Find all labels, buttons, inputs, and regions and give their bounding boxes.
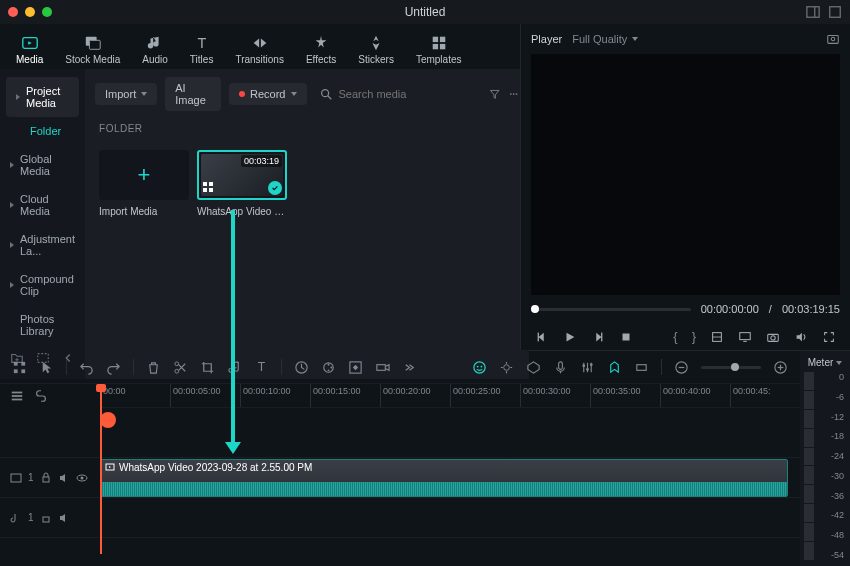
panel-icon[interactable] <box>828 5 842 19</box>
prev-frame-icon[interactable] <box>535 330 549 344</box>
visibility-icon[interactable] <box>76 472 88 484</box>
import-media-tile[interactable]: + Import Media <box>99 150 189 217</box>
svg-marker-28 <box>539 332 544 341</box>
window-maximize[interactable] <box>42 7 52 17</box>
tab-stickers[interactable]: Stickers <box>352 30 400 69</box>
sidebar-global-media[interactable]: Global Media <box>0 145 85 185</box>
stop-icon[interactable] <box>619 330 633 344</box>
svg-point-60 <box>582 364 585 367</box>
timeline-clip[interactable]: WhatsApp Video 2023-09-28 at 2.55.00 PM <box>100 459 788 497</box>
delete-icon[interactable] <box>146 360 161 375</box>
tab-effects[interactable]: Effects <box>300 30 342 69</box>
sidebar-adjustment-layer[interactable]: Adjustment La... <box>0 225 85 265</box>
mixer-icon[interactable] <box>580 360 595 375</box>
svg-rect-13 <box>440 44 445 49</box>
audio-track-icon <box>10 512 22 524</box>
zoom-out-icon[interactable] <box>674 360 689 375</box>
meter-tick: -30 <box>814 471 844 481</box>
crop-ratio-icon[interactable] <box>710 330 724 344</box>
ai-image-button[interactable]: AI Image <box>165 77 221 111</box>
camera-icon[interactable] <box>766 330 780 344</box>
media-clip[interactable]: 00:03:19 WhatsApp Video 202... <box>197 150 287 217</box>
tab-transitions[interactable]: Transitions <box>229 30 290 69</box>
zoom-in-icon[interactable] <box>773 360 788 375</box>
mute-icon[interactable] <box>58 512 70 524</box>
tab-audio[interactable]: Audio <box>136 30 174 69</box>
quality-dropdown[interactable]: Full Quality <box>572 33 638 45</box>
meter-dropdown[interactable]: Meter <box>800 355 850 372</box>
svg-rect-11 <box>440 37 445 42</box>
video-track-icon <box>10 472 22 484</box>
preview-viewport[interactable] <box>531 54 840 295</box>
more-icon[interactable] <box>508 87 519 101</box>
video-track-header[interactable]: 1 <box>0 458 100 497</box>
volume-icon[interactable] <box>794 330 808 344</box>
sidebar-cloud-media[interactable]: Cloud Media <box>0 185 85 225</box>
search-input[interactable] <box>339 88 477 100</box>
tab-media[interactable]: Media <box>10 30 49 69</box>
split-icon[interactable] <box>173 360 188 375</box>
sidebar-compound-clip[interactable]: Compound Clip <box>0 265 85 305</box>
magnet-icon[interactable] <box>12 360 27 375</box>
render-icon[interactable] <box>526 360 541 375</box>
preview-scrubber[interactable] <box>531 308 691 311</box>
brightness-icon[interactable] <box>499 360 514 375</box>
zoom-slider[interactable] <box>701 366 761 369</box>
snapshot-icon[interactable] <box>826 32 840 46</box>
mark-in-icon[interactable]: { <box>673 329 677 344</box>
timeline-ruler[interactable]: 00:00 00:00:05:00 00:00:10:00 00:00:15:0… <box>100 384 800 408</box>
sidebar-folder[interactable]: Folder <box>0 117 85 145</box>
record-button[interactable]: Record <box>229 83 306 105</box>
window-minimize[interactable] <box>25 7 35 17</box>
layout-icon[interactable] <box>806 5 820 19</box>
adjust-icon[interactable] <box>634 360 649 375</box>
cursor-icon[interactable] <box>39 360 54 375</box>
speed-icon[interactable] <box>294 360 309 375</box>
track-options-icon[interactable] <box>10 389 24 403</box>
marker-tool-icon[interactable] <box>607 360 622 375</box>
import-button[interactable]: Import <box>95 83 157 105</box>
svg-point-58 <box>504 364 510 370</box>
svg-point-51 <box>328 369 330 371</box>
mark-out-icon[interactable]: } <box>692 329 696 344</box>
undo-icon[interactable] <box>79 360 94 375</box>
text-icon[interactable]: T <box>254 360 269 375</box>
lock-icon[interactable] <box>40 472 52 484</box>
sidebar-photos-library[interactable]: Photos Library <box>0 305 85 345</box>
ruler-tick: 00:00:20:00 <box>380 384 450 407</box>
group-icon[interactable] <box>375 360 390 375</box>
voiceover-icon[interactable] <box>553 360 568 375</box>
link-icon[interactable] <box>34 389 48 403</box>
redo-icon[interactable] <box>106 360 121 375</box>
tab-stock-media[interactable]: Stock Media <box>59 30 126 69</box>
next-frame-icon[interactable] <box>591 330 605 344</box>
check-icon <box>268 181 282 195</box>
svg-rect-10 <box>432 37 437 42</box>
sidebar-project-media[interactable]: Project Media <box>6 77 79 117</box>
svg-point-56 <box>477 365 479 367</box>
play-icon[interactable] <box>563 330 577 344</box>
timeline-marker[interactable] <box>100 412 116 428</box>
svg-rect-2 <box>830 7 841 18</box>
app-title: Untitled <box>405 5 446 19</box>
color-icon[interactable] <box>321 360 336 375</box>
fullscreen-icon[interactable] <box>822 330 836 344</box>
tab-titles[interactable]: T Titles <box>184 30 220 69</box>
display-icon[interactable] <box>738 330 752 344</box>
window-close[interactable] <box>8 7 18 17</box>
svg-rect-63 <box>637 364 646 370</box>
ruler-tick: 00:00:35:00 <box>590 384 660 407</box>
lock-icon[interactable] <box>40 512 52 524</box>
crop-icon[interactable] <box>200 360 215 375</box>
svg-marker-8 <box>253 39 258 48</box>
more-tools-icon[interactable] <box>402 360 417 375</box>
filter-icon[interactable] <box>489 87 500 101</box>
smart-icon[interactable] <box>472 360 487 375</box>
drag-indicator-arrow <box>231 210 235 444</box>
tab-templates[interactable]: Templates <box>410 30 468 69</box>
playhead[interactable] <box>100 384 102 554</box>
audio-track-header[interactable]: 1 <box>0 498 100 537</box>
mute-icon[interactable] <box>58 472 70 484</box>
keyframe-icon[interactable] <box>348 360 363 375</box>
import-media-label: Import Media <box>99 206 189 217</box>
